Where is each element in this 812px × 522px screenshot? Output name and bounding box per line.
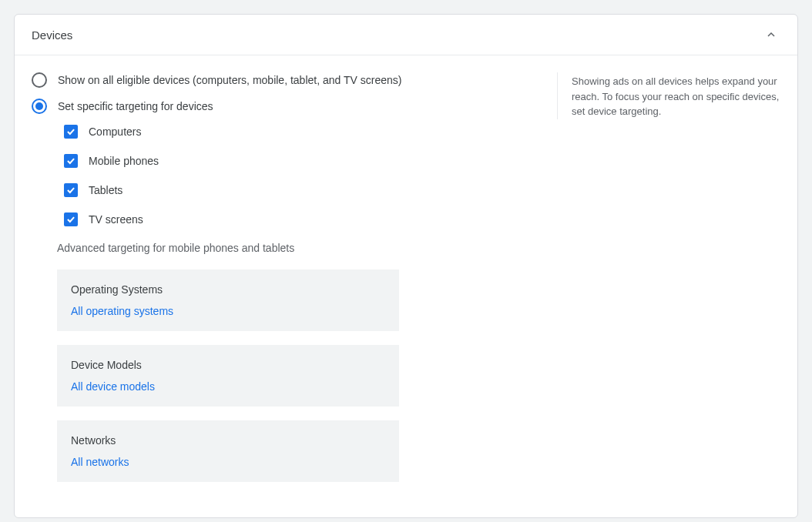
checkbox-tablets[interactable]: Tablets (64, 183, 557, 197)
panel-header: Devices (15, 15, 797, 55)
checkbox-checked-icon (64, 212, 78, 226)
panel-title: Devices (32, 28, 72, 42)
advanced-card-title: Networks (71, 434, 385, 447)
help-text: Showing ads on all devices helps expand … (572, 74, 780, 119)
checkbox-mobile-phones[interactable]: Mobile phones (64, 154, 557, 168)
collapse-button[interactable] (762, 25, 780, 44)
advanced-card-device-models[interactable]: Device Models All device models (57, 345, 399, 407)
chevron-up-icon (765, 28, 777, 41)
help-sidebar: Showing ads on all devices helps expand … (557, 72, 780, 119)
radio-all-devices[interactable]: Show on all eligible devices (computers,… (32, 72, 557, 88)
radio-icon-selected (32, 99, 47, 114)
options-column: Show on all eligible devices (computers,… (32, 72, 557, 496)
advanced-card-title: Operating Systems (71, 283, 385, 296)
radio-specific-devices[interactable]: Set specific targeting for devices (32, 99, 557, 114)
devices-panel: Devices Show on all eligible devices (co… (14, 14, 798, 518)
checkbox-checked-icon (64, 125, 78, 139)
checkbox-checked-icon (64, 183, 78, 197)
checkbox-label: Mobile phones (89, 155, 159, 167)
radio-inner-dot (35, 102, 43, 110)
radio-icon (32, 72, 47, 88)
advanced-card-operating-systems[interactable]: Operating Systems All operating systems (57, 269, 399, 331)
advanced-heading: Advanced targeting for mobile phones and… (57, 242, 557, 254)
advanced-card-title: Device Models (71, 359, 385, 371)
radio-specific-devices-label: Set specific targeting for devices (58, 100, 213, 112)
advanced-card-link: All operating systems (71, 305, 385, 317)
checkbox-checked-icon (64, 154, 78, 168)
advanced-targeting-list: Operating Systems All operating systems … (57, 269, 399, 482)
advanced-card-networks[interactable]: Networks All networks (57, 420, 399, 482)
checkbox-computers[interactable]: Computers (64, 125, 557, 139)
checkbox-label: TV screens (89, 213, 143, 226)
advanced-card-link: All device models (71, 380, 385, 393)
radio-all-devices-label: Show on all eligible devices (computers,… (58, 74, 401, 86)
checkbox-label: Computers (89, 125, 141, 138)
device-checkbox-list: Computers Mobile phones Tablets (64, 125, 557, 226)
checkbox-tv-screens[interactable]: TV screens (64, 212, 557, 226)
panel-body: Show on all eligible devices (computers,… (15, 55, 797, 517)
checkbox-label: Tablets (89, 184, 122, 196)
advanced-card-link: All networks (71, 456, 385, 468)
